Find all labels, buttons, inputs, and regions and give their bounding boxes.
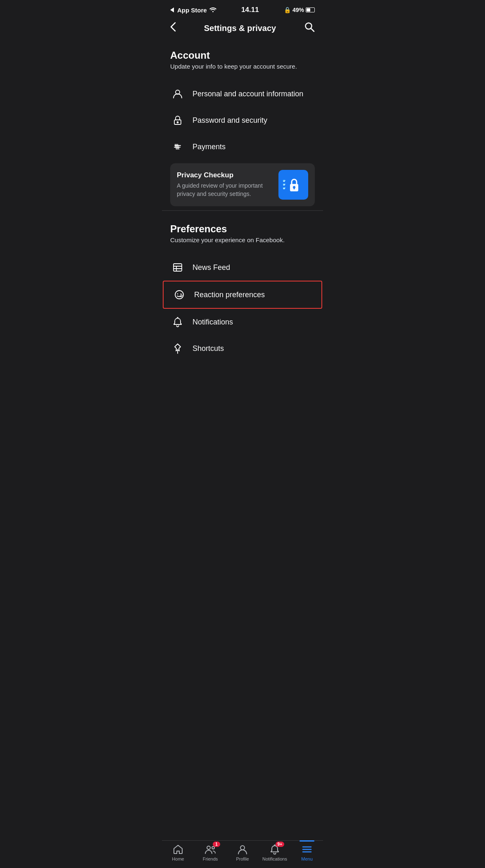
account-section: Account Update your info to keep your ac…: [162, 41, 323, 81]
menu-item-payments[interactable]: Payments: [162, 134, 323, 160]
svg-point-0: [212, 11, 214, 12]
svg-rect-11: [294, 188, 295, 189]
preferences-section: Preferences Customize your experience on…: [162, 215, 323, 254]
menu-item-shortcuts[interactable]: Shortcuts: [162, 335, 323, 362]
lock-icon: 🔒: [284, 7, 291, 13]
menu-item-notifications[interactable]: Notifications: [162, 309, 323, 335]
password-label: Password and security: [193, 116, 267, 125]
notifications-icon: [170, 315, 185, 329]
account-section-title: Account: [170, 50, 315, 61]
svg-point-16: [175, 291, 183, 299]
shortcuts-label: Shortcuts: [193, 344, 224, 353]
battery-percent: 49%: [292, 7, 304, 13]
notifications-label: Notifications: [193, 318, 233, 327]
privacy-checkup-image: [278, 170, 308, 200]
preferences-section-title: Preferences: [170, 223, 315, 235]
menu-item-password[interactable]: Password and security: [162, 107, 323, 134]
page-title: Settings & privacy: [204, 24, 276, 33]
svg-point-17: [177, 293, 178, 294]
payments-icon: [170, 139, 185, 154]
status-right: 🔒 49%: [284, 7, 315, 13]
menu-item-newsfeed[interactable]: News Feed: [162, 254, 323, 281]
content-area: Account Update your info to keep your ac…: [162, 41, 323, 399]
back-carrier-icon: [170, 7, 174, 12]
personal-label: Personal and account information: [193, 90, 303, 98]
shortcuts-icon: [170, 341, 185, 356]
newsfeed-icon: [170, 260, 185, 275]
svg-line-2: [311, 29, 314, 32]
preferences-section-subtitle: Customize your experience on Facebook.: [170, 236, 315, 243]
payments-label: Payments: [193, 143, 226, 151]
search-button[interactable]: [304, 21, 315, 35]
reaction-label: Reaction preferences: [194, 291, 265, 299]
status-bar: App Store 14.11 🔒 49%: [162, 0, 323, 17]
password-icon: [170, 113, 185, 128]
privacy-checkup-content: Privacy Checkup A guided review of your …: [177, 171, 278, 198]
nav-header: Settings & privacy: [162, 17, 323, 41]
status-time: 14.11: [241, 6, 259, 14]
menu-item-personal[interactable]: Personal and account information: [162, 81, 323, 107]
section-divider: [162, 210, 323, 211]
privacy-checkup-desc: A guided review of your important privac…: [177, 182, 273, 198]
account-section-subtitle: Update your info to keep your account se…: [170, 63, 315, 70]
menu-item-reaction[interactable]: Reaction preferences: [163, 281, 322, 309]
personal-icon: [170, 86, 185, 101]
status-left: App Store: [170, 7, 216, 14]
wifi-icon: [209, 7, 216, 14]
newsfeed-label: News Feed: [193, 263, 230, 272]
svg-rect-12: [174, 264, 182, 271]
back-button[interactable]: [170, 22, 176, 35]
privacy-checkup-title: Privacy Checkup: [177, 171, 273, 179]
privacy-checkup-card[interactable]: Privacy Checkup A guided review of your …: [170, 163, 315, 206]
carrier-label: App Store: [177, 7, 207, 14]
battery-icon: [306, 7, 315, 12]
reaction-icon: [172, 287, 187, 302]
svg-point-5: [177, 122, 178, 123]
